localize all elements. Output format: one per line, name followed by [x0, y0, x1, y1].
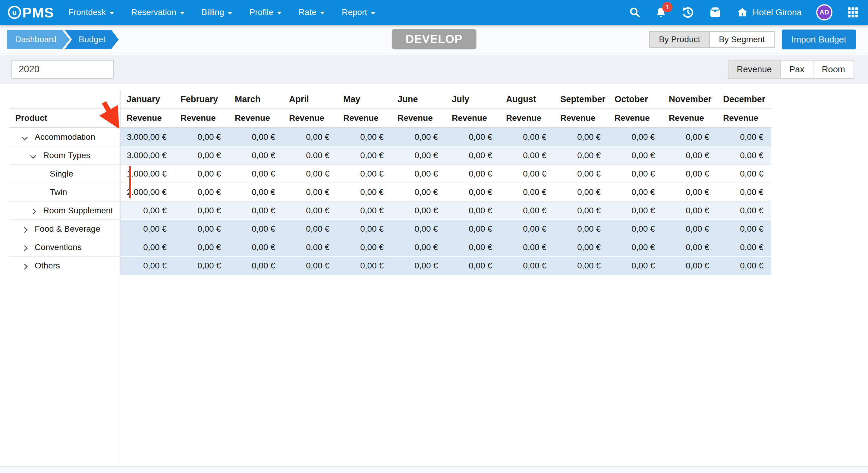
budget-value-cell[interactable]: 3.000,00 € [120, 128, 175, 146]
budget-value-cell[interactable]: 0,00 € [554, 183, 609, 201]
budget-value-cell[interactable]: 0,00 € [283, 256, 337, 275]
notifications-bell-icon[interactable]: 1 [655, 6, 667, 19]
by-segment-button[interactable]: By Segment [709, 31, 775, 48]
budget-value-cell[interactable]: 0,00 € [120, 201, 175, 220]
chevron-down-icon[interactable] [22, 134, 28, 140]
budget-value-cell[interactable]: 0,00 € [229, 128, 283, 146]
budget-value-cell[interactable]: 0,00 € [663, 238, 717, 256]
budget-value-cell[interactable]: 0,00 € [554, 201, 609, 220]
product-cell[interactable]: Room Types [9, 146, 120, 164]
budget-value-cell[interactable]: 0,00 € [609, 220, 663, 238]
chevron-right-icon[interactable] [22, 245, 28, 251]
budget-value-cell[interactable]: 0,00 € [500, 201, 554, 220]
budget-value-cell[interactable]: 0,00 € [175, 164, 229, 183]
budget-value-cell[interactable]: 0,00 € [500, 220, 554, 238]
budget-value-cell[interactable]: 0,00 € [717, 164, 771, 183]
budget-value-cell[interactable]: 0,00 € [500, 128, 554, 146]
budget-value-cell[interactable]: 0,00 € [337, 238, 392, 256]
nav-item-rate[interactable]: Rate [299, 7, 325, 17]
breadcrumb-dashboard[interactable]: Dashboard [7, 30, 70, 49]
budget-value-cell[interactable]: 0,00 € [337, 201, 392, 220]
budget-value-cell[interactable]: 0,00 € [392, 146, 446, 164]
breadcrumb-budget[interactable]: Budget [65, 30, 119, 49]
budget-value-cell[interactable]: 0,00 € [500, 183, 554, 201]
budget-value-cell[interactable]: 0,00 € [283, 238, 337, 256]
budget-value-cell[interactable]: 0,00 € [554, 256, 609, 275]
budget-value-cell[interactable]: 0,00 € [446, 183, 500, 201]
product-cell[interactable]: Others [9, 256, 120, 275]
budget-value-cell[interactable]: 0,00 € [337, 128, 392, 146]
chevron-right-icon[interactable] [30, 209, 36, 215]
budget-value-cell[interactable]: 0,00 € [392, 220, 446, 238]
metric-tab-pax[interactable]: Pax [780, 60, 813, 78]
metric-tab-revenue[interactable]: Revenue [728, 60, 781, 78]
budget-value-cell[interactable]: 0,00 € [663, 220, 717, 238]
product-cell[interactable]: Accommodation [9, 128, 120, 146]
budget-value-cell[interactable]: 0,00 € [229, 146, 283, 164]
budget-value-cell[interactable]: 0,00 € [717, 183, 771, 201]
nav-item-reservation[interactable]: Reservation [131, 7, 184, 17]
budget-value-cell[interactable]: 0,00 € [392, 201, 446, 220]
budget-value-cell[interactable]: 0,00 € [446, 164, 500, 183]
metric-tab-room[interactable]: Room [813, 60, 854, 78]
budget-value-cell[interactable]: 0,00 € [175, 128, 229, 146]
search-icon[interactable] [629, 7, 641, 18]
budget-value-cell[interactable]: 0,00 € [229, 238, 283, 256]
budget-value-cell[interactable]: 0,00 € [500, 146, 554, 164]
budget-value-cell[interactable]: 0,00 € [446, 220, 500, 238]
budget-value-cell[interactable]: 0,00 € [717, 146, 771, 164]
budget-value-cell[interactable]: 2.000,00 € [120, 183, 175, 201]
chevron-right-icon[interactable] [22, 227, 28, 233]
budget-value-cell[interactable]: 0,00 € [609, 201, 663, 220]
budget-value-cell[interactable]: 0,00 € [609, 256, 663, 275]
budget-value-cell[interactable]: 0,00 € [175, 201, 229, 220]
nav-item-billing[interactable]: Billing [202, 7, 233, 17]
budget-value-cell[interactable]: 0,00 € [446, 256, 500, 275]
budget-value-cell[interactable]: 0,00 € [337, 164, 392, 183]
product-cell[interactable]: Twin [9, 183, 120, 201]
budget-value-cell[interactable]: 0,00 € [500, 238, 554, 256]
budget-value-cell[interactable]: 0,00 € [663, 164, 717, 183]
budget-value-cell[interactable]: 3.000,00 € [120, 146, 175, 164]
budget-value-cell[interactable]: 0,00 € [663, 128, 717, 146]
budget-value-cell[interactable]: 0,00 € [283, 146, 337, 164]
budget-value-cell[interactable]: 0,00 € [337, 220, 392, 238]
budget-value-cell[interactable]: 0,00 € [392, 128, 446, 146]
budget-value-cell[interactable]: 0,00 € [446, 201, 500, 220]
opms-logo[interactable]: u PMS [8, 4, 54, 21]
budget-value-cell[interactable]: 0,00 € [663, 256, 717, 275]
chevron-right-icon[interactable] [22, 263, 28, 270]
avatar[interactable]: AD [816, 4, 832, 21]
hotel-selector[interactable]: Hotel Girona [736, 6, 802, 19]
budget-value-cell[interactable]: 0,00 € [175, 220, 229, 238]
budget-value-cell[interactable]: 0,00 € [175, 256, 229, 275]
budget-value-cell[interactable]: 0,00 € [229, 220, 283, 238]
budget-value-cell[interactable]: 0,00 € [175, 183, 229, 201]
budget-value-cell[interactable]: 0,00 € [609, 164, 663, 183]
nav-item-frontdesk[interactable]: Frontdesk [68, 7, 115, 17]
budget-value-cell[interactable]: 0,00 € [392, 183, 446, 201]
budget-value-cell[interactable]: 0,00 € [609, 146, 663, 164]
nav-item-profile[interactable]: Profile [249, 7, 281, 17]
product-cell[interactable]: Conventions [9, 238, 120, 256]
budget-value-cell[interactable]: 0,00 € [446, 128, 500, 146]
budget-value-cell[interactable]: 0,00 € [175, 146, 229, 164]
budget-value-cell[interactable]: 0,00 € [392, 164, 446, 183]
budget-value-cell[interactable]: 0,00 € [554, 128, 609, 146]
budget-value-cell[interactable]: 0,00 € [717, 201, 771, 220]
budget-value-cell[interactable]: 0,00 € [337, 183, 392, 201]
budget-value-cell[interactable]: 0,00 € [609, 183, 663, 201]
nav-item-report[interactable]: Report [342, 7, 375, 17]
by-product-button[interactable]: By Product [649, 31, 710, 48]
budget-value-cell[interactable]: 0,00 € [717, 238, 771, 256]
product-cell[interactable]: Room Supplement [9, 201, 120, 220]
budget-value-cell[interactable]: 0,00 € [120, 256, 175, 275]
budget-value-cell[interactable]: 0,00 € [229, 183, 283, 201]
budget-value-cell[interactable]: 0,00 € [717, 256, 771, 275]
budget-value-cell[interactable]: 0,00 € [337, 256, 392, 275]
budget-value-cell[interactable]: 0,00 € [500, 164, 554, 183]
budget-value-cell[interactable]: 0,00 € [500, 256, 554, 275]
budget-value-cell[interactable]: 0,00 € [229, 201, 283, 220]
budget-value-cell[interactable]: 0,00 € [663, 183, 717, 201]
budget-value-cell[interactable]: 1.000,00 € [120, 164, 175, 183]
